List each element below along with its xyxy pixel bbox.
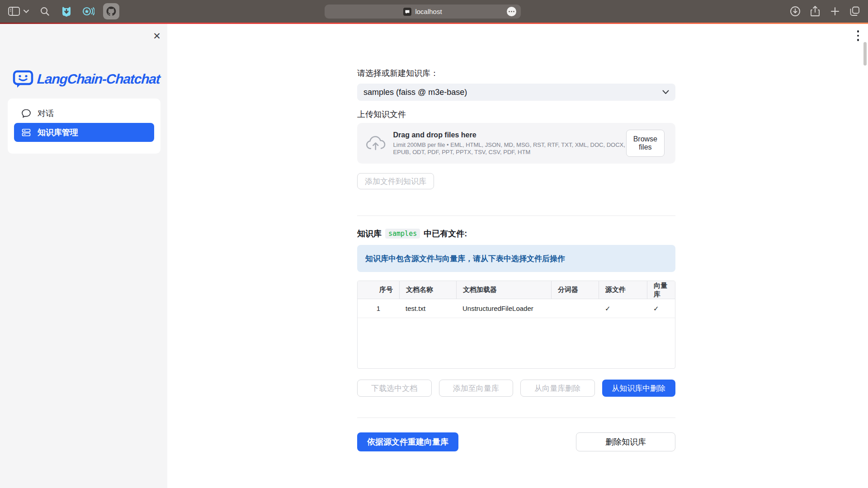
divider	[357, 418, 675, 418]
kb-actions: 依据源文件重建向量库 删除知识库	[357, 432, 675, 451]
page: localhost ✕	[0, 0, 868, 488]
app-viewport: ✕ LangChain-Chatchat 对话	[0, 24, 868, 488]
broadcast-extension-icon[interactable]	[81, 5, 95, 18]
cell-vector-check: ✓	[647, 299, 675, 318]
new-tab-icon[interactable]	[828, 5, 842, 18]
info-alert: 知识库中包含源文件与向量库，请从下表中选择文件后操作	[357, 245, 675, 272]
sidebar-item-knowledge-base[interactable]: 知识库管理	[14, 123, 154, 142]
browse-files-button[interactable]: Browse files	[626, 130, 665, 157]
kb-select-value: samples (faiss @ m3e-base)	[363, 88, 662, 97]
more-options-icon[interactable]	[507, 7, 516, 16]
sidebar-toggle-icon[interactable]	[7, 5, 21, 18]
delete-from-kb-button[interactable]: 从知识库中删除	[602, 380, 676, 397]
tab-overview-icon[interactable]	[848, 5, 862, 18]
uploader-label: 上传知识文件	[357, 109, 675, 120]
download-selected-button[interactable]: 下载选中文档	[357, 380, 432, 397]
share-icon[interactable]	[808, 5, 822, 18]
add-to-vector-button[interactable]: 添加至向量库	[439, 380, 514, 397]
chat-icon	[21, 108, 31, 118]
sidebar-chevron-icon[interactable]	[23, 5, 30, 18]
table-header: 序号 文档名称 文档加载器 分词器 源文件 向量库	[358, 281, 675, 299]
cat-extension-icon[interactable]	[60, 5, 73, 18]
cell-name: test.txt	[399, 299, 456, 318]
main-content: 请选择或新建知识库： samples (faiss @ m3e-base) 上传…	[357, 24, 675, 451]
sidebar: ✕ LangChain-Chatchat 对话	[0, 24, 167, 488]
sidebar-item-label: 对话	[38, 108, 54, 119]
search-icon[interactable]	[38, 5, 52, 18]
knowledge-base-icon	[21, 127, 31, 137]
app-logo: LangChain-Chatchat	[13, 69, 160, 89]
downloads-icon[interactable]	[788, 5, 802, 18]
cloud-upload-icon	[365, 134, 386, 152]
column-header: 文档名称	[399, 281, 456, 299]
logo-bubble-icon	[13, 69, 33, 89]
site-favicon	[403, 8, 411, 16]
kb-select[interactable]: samples (faiss @ m3e-base)	[357, 84, 675, 101]
column-header: 向量库	[647, 281, 675, 299]
sidebar-close-icon[interactable]: ✕	[151, 30, 163, 42]
cell-index: 1	[358, 299, 399, 318]
remove-from-vector-button[interactable]: 从向量库删除	[520, 380, 595, 397]
github-extension-icon[interactable]	[103, 3, 119, 19]
info-text: 知识库中包含源文件与向量库，请从下表中选择文件后操作	[365, 253, 565, 264]
cell-loader: UnstructuredFileLoader	[456, 299, 551, 318]
column-header: 文档加载器	[456, 281, 551, 299]
cell-splitter	[551, 299, 599, 318]
kb-name-code: samples	[385, 229, 420, 239]
files-heading: 知识库 samples 中已有文件:	[357, 228, 675, 239]
file-uploader-dropzone[interactable]: Drag and drop files here Limit 200MB per…	[357, 123, 675, 164]
scrollbar-thumb[interactable]	[863, 42, 867, 66]
file-actions: 下载选中文档 添加至向量库 从向量库删除 从知识库中删除	[357, 380, 675, 397]
column-header: 源文件	[599, 281, 647, 299]
url-text: localhost	[415, 8, 442, 15]
delete-kb-button[interactable]: 删除知识库	[576, 432, 675, 451]
table-row[interactable]: 1 test.txt UnstructuredFileLoader ✓ ✓	[358, 299, 675, 318]
divider	[357, 216, 675, 216]
dropzone-limit-text: Limit 200MB per file • EML, HTML, JSON, …	[393, 141, 626, 156]
chevron-down-icon	[662, 90, 669, 94]
files-table: 序号 文档名称 文档加载器 分词器 源文件 向量库 1 test.txt Uns…	[357, 281, 675, 369]
files-heading-suffix: 中已有文件:	[424, 228, 467, 239]
dropzone-title: Drag and drop files here	[393, 131, 626, 139]
address-bar[interactable]: localhost	[325, 5, 521, 19]
rebuild-vector-store-button[interactable]: 依据源文件重建向量库	[357, 432, 458, 451]
browser-toolbar: localhost	[0, 0, 868, 23]
sidebar-menu: 对话 知识库管理	[8, 99, 160, 154]
files-heading-prefix: 知识库	[357, 228, 382, 239]
sidebar-item-label: 知识库管理	[38, 127, 78, 138]
sidebar-item-dialogue[interactable]: 对话	[14, 104, 154, 123]
kb-select-label: 请选择或新建知识库：	[357, 68, 675, 79]
logo-text: LangChain-Chatchat	[37, 71, 160, 87]
add-files-button[interactable]: 添加文件到知识库	[357, 173, 434, 189]
streamlit-menu-icon[interactable]	[854, 28, 862, 44]
column-header: 分词器	[551, 281, 599, 299]
column-header: 序号	[358, 281, 399, 299]
cell-source-check: ✓	[599, 299, 647, 318]
